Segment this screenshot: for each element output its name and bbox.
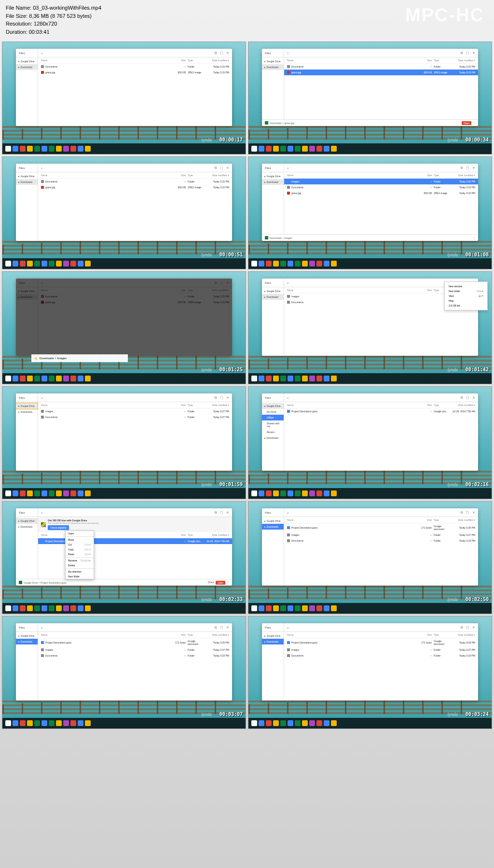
minimize-icon[interactable]: ▢ [466,626,469,630]
shelf-app-icon[interactable] [251,720,257,726]
shelf-app-icon[interactable] [266,146,272,152]
search-bar[interactable]: ⌕ [38,52,211,55]
shelf-app-icon[interactable] [85,376,91,381]
chromeos-shelf[interactable] [248,258,492,269]
shelf-app-icon[interactable] [56,146,62,152]
more-icon[interactable]: ⋮ [227,581,229,585]
shelf-app-icon[interactable] [273,261,279,266]
sidebar-google-drive[interactable]: ▸ Google Drive [262,173,284,179]
file-row[interactable]: Images--FolderToday 3:27 PM [38,647,232,653]
shelf-app-icon[interactable] [70,490,76,496]
shelf-app-icon[interactable] [266,261,272,266]
sidebar-google-drive[interactable]: ▸ Google Drive [16,518,38,524]
sidebar-downloads[interactable]: ▸ Downloads [262,524,284,530]
minimize-icon[interactable]: ▢ [220,396,223,400]
more-icon[interactable]: ⋮ [473,237,475,239]
shelf-app-icon[interactable] [49,261,55,266]
popup-item[interactable]: New folderCtrl+E [447,289,485,294]
shelf-app-icon[interactable] [63,376,69,381]
shelf-app-icon[interactable] [20,720,26,726]
sidebar-downloads[interactable]: ▸ Downloads [262,435,284,441]
shelf-app-icon[interactable] [78,605,83,611]
column-headers[interactable]: NameSizeTypeDate modified ▾ [284,402,478,408]
shelf-app-icon[interactable] [27,376,33,381]
shelf-app-icon[interactable] [34,376,40,381]
files-window[interactable]: Files ⌕ ⚙▢✕ ▸ Google Drive▸ Downloads Na… [262,164,478,241]
files-window[interactable]: Files ⌕ ⚙▢✕ ▸ Google Drive▸ Downloads Na… [262,623,478,700]
shelf-app-icon[interactable] [70,261,76,266]
shelf-app-icon[interactable] [56,605,62,611]
sidebar-downloads[interactable]: ▸ Downloads [262,294,284,300]
shelf-app-icon[interactable] [273,146,279,152]
minimize-icon[interactable]: ▢ [220,626,223,630]
shelf-app-icon[interactable] [27,720,33,726]
shelf-app-icon[interactable] [251,261,257,266]
gear-icon[interactable]: ⚙ [214,166,217,170]
shelf-app-icon[interactable] [273,490,279,496]
shelf-app-icon[interactable] [251,376,257,381]
close-icon[interactable]: ✕ [226,626,229,630]
shelf-app-icon[interactable] [324,146,329,152]
search-bar[interactable]: ⌕ [38,511,211,514]
gear-icon[interactable]: ⚙ [214,396,217,400]
shelf-app-icon[interactable] [41,720,47,726]
file-row[interactable]: Documents--FolderToday 3:19 PM [284,538,478,544]
search-bar[interactable]: ⌕ [284,626,457,629]
shelf-app-icon[interactable] [273,376,279,381]
file-row[interactable]: Documents--FolderToday 3:15 PM [38,64,232,70]
sidebar-google-drive[interactable]: ▸ Google Drive [16,58,38,64]
shelf-app-icon[interactable] [251,490,257,496]
shelf-app-icon[interactable] [63,261,69,266]
files-window[interactable]: Files ⌕ ⚙▢✕ ▸ Google Drive▸ Downloads Na… [16,623,232,700]
shelf-app-icon[interactable] [70,376,76,381]
column-headers[interactable]: NameSizeTypeDate modified ▾ [284,172,478,179]
more-icon[interactable]: ⋮ [473,121,475,125]
shelf-app-icon[interactable] [316,376,322,381]
gear-icon[interactable]: ⚙ [214,626,217,630]
shelf-app-icon[interactable] [309,261,315,266]
shelf-app-icon[interactable] [295,261,301,266]
breadcrumb[interactable]: Downloads > grass.jpg [270,122,294,125]
shelf-app-icon[interactable] [288,490,293,496]
shelf-app-icon[interactable] [259,605,264,611]
gear-icon[interactable]: ⚙ [214,51,217,55]
file-row[interactable]: Documents--FolderToday 3:19 PM [38,653,232,658]
shelf-app-icon[interactable] [5,146,11,152]
sidebar-google-drive[interactable]: ▸ Google Drive [262,403,284,409]
shelf-app-icon[interactable] [27,146,33,152]
shelf-app-icon[interactable] [20,490,26,496]
context-menu-item[interactable]: Zip selection [66,569,94,574]
shelf-app-icon[interactable] [34,490,40,496]
shelf-app-icon[interactable] [85,261,91,266]
minimize-icon[interactable]: ▢ [466,51,469,55]
file-row[interactable]: grass.jpg650 KBJPEG imageToday 3:15 PM [38,299,232,305]
column-headers[interactable]: NameSizeTypeDate modified ▾ [284,632,478,638]
sidebar-downloads[interactable]: ▸ Downloads [262,179,284,185]
minimize-icon[interactable]: ▢ [220,511,223,515]
close-icon[interactable]: ✕ [226,51,229,55]
search-bar[interactable]: ⌕ [284,281,457,284]
sidebar-google-drive[interactable]: ▸ Google Drive [262,288,284,294]
shelf-app-icon[interactable] [316,146,322,152]
column-headers[interactable]: NameSizeTypeDate modified ▾ [284,517,478,523]
shelf-app-icon[interactable] [85,490,91,496]
chromeos-shelf[interactable] [248,488,492,499]
file-row[interactable]: Project Description.gdoc--Google doc...J… [284,408,478,414]
breadcrumb[interactable]: Google Drive > Project Description.gdoc [24,581,67,584]
file-row[interactable]: Documents--FolderToday 3:15 PM [284,64,478,70]
minimize-icon[interactable]: ▢ [466,511,469,515]
files-window[interactable]: Files ⌕ ⚙▢✕ ▸ Google Drive▸ Downloads Ge… [16,508,232,586]
file-row[interactable]: grass.jpg650 KBJPEG imageToday 3:15 PM [38,70,232,75]
file-row[interactable]: Project Description.gdoc171 bytesGoogle … [284,523,478,532]
chromeos-shelf[interactable] [248,603,492,614]
shelf-app-icon[interactable] [273,720,279,726]
shelf-app-icon[interactable] [13,720,18,726]
shelf-app-icon[interactable] [56,261,62,266]
sidebar-google-drive[interactable]: ▸ Google Drive [262,58,284,64]
shelf-app-icon[interactable] [324,376,329,381]
shelf-app-icon[interactable] [5,605,11,611]
shelf-app-icon[interactable] [34,605,40,611]
context-menu-item[interactable]: RenameCtrl+Enter [66,558,94,563]
close-icon[interactable]: ✕ [472,626,475,630]
shelf-app-icon[interactable] [20,605,26,611]
